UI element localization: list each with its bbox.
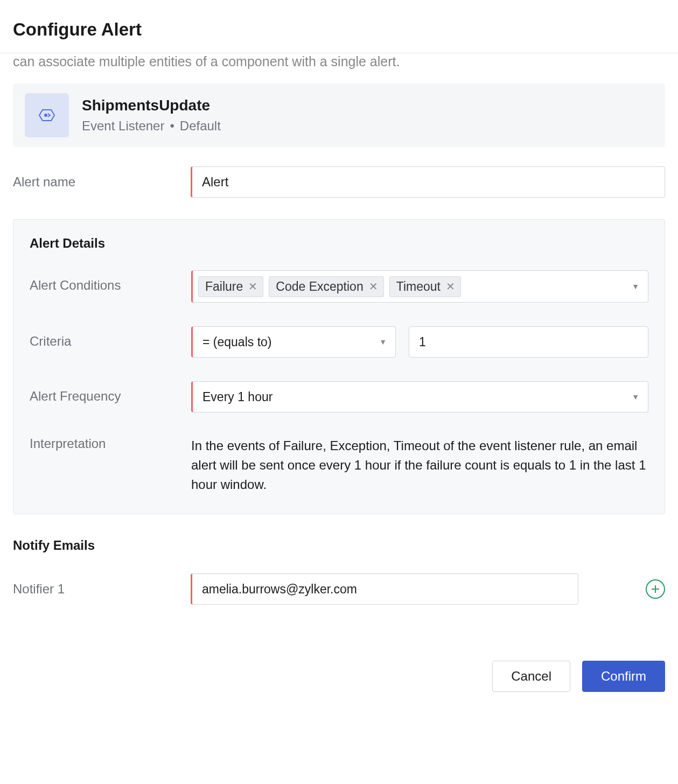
- notify-emails-heading: Notify Emails: [13, 538, 665, 553]
- component-card: ShipmentsUpdate Event Listener • Default: [13, 83, 665, 147]
- chevron-down-icon: ▼: [632, 393, 639, 401]
- notifier-row: Notifier 1: [13, 573, 665, 605]
- criteria-operator-select[interactable]: = (equals to) ▼: [191, 326, 396, 358]
- alert-name-input[interactable]: [191, 166, 665, 198]
- condition-tag: Failure ✕: [198, 276, 263, 297]
- component-subtitle: Event Listener • Default: [82, 118, 221, 134]
- criteria-row: Criteria = (equals to) ▼: [30, 326, 648, 358]
- add-notifier-button[interactable]: [646, 579, 665, 599]
- interpretation-text: In the events of Failure, Exception, Tim…: [191, 436, 648, 494]
- criteria-operator-value: = (equals to): [202, 335, 272, 349]
- plus-icon: [651, 584, 660, 594]
- condition-tag-label: Timeout: [396, 279, 441, 294]
- component-name: ShipmentsUpdate: [82, 97, 221, 114]
- condition-tag: Timeout ✕: [389, 276, 461, 297]
- frequency-row: Alert Frequency Every 1 hour ▼: [30, 381, 648, 412]
- alert-conditions-row: Alert Conditions Failure ✕ Code Exceptio…: [30, 270, 648, 303]
- close-icon[interactable]: ✕: [446, 281, 455, 292]
- cancel-button[interactable]: Cancel: [492, 661, 570, 692]
- page-title: Configure Alert: [13, 19, 665, 40]
- alert-name-label: Alert name: [13, 174, 191, 190]
- confirm-button[interactable]: Confirm: [582, 661, 665, 692]
- component-type: Event Listener: [82, 118, 164, 134]
- condition-tag: Code Exception ✕: [269, 276, 383, 297]
- component-scope: Default: [180, 118, 221, 134]
- alert-details-card: Alert Details Alert Conditions Failure ✕…: [13, 219, 665, 514]
- alert-conditions-input[interactable]: Failure ✕ Code Exception ✕ Timeout ✕ ▼: [191, 270, 648, 303]
- condition-tag-label: Failure: [205, 279, 243, 294]
- dialog-content: can associate multiple entities of a com…: [0, 53, 678, 618]
- close-icon[interactable]: ✕: [248, 281, 257, 292]
- condition-tag-label: Code Exception: [276, 279, 363, 294]
- component-info: ShipmentsUpdate Event Listener • Default: [82, 97, 221, 134]
- description-text-truncated: can associate multiple entities of a com…: [13, 53, 665, 69]
- interpretation-row: Interpretation In the events of Failure,…: [30, 436, 648, 494]
- interpretation-label: Interpretation: [30, 436, 191, 451]
- dialog-header: Configure Alert: [0, 0, 678, 53]
- close-icon[interactable]: ✕: [369, 281, 378, 292]
- alert-details-title: Alert Details: [30, 236, 648, 251]
- chevron-down-icon: ▼: [379, 338, 387, 346]
- alert-conditions-label: Alert Conditions: [30, 270, 191, 293]
- criteria-value-input[interactable]: [409, 326, 648, 358]
- separator-dot: •: [170, 118, 174, 134]
- alert-name-row: Alert name: [13, 166, 665, 198]
- event-listener-icon: [25, 93, 69, 137]
- frequency-select[interactable]: Every 1 hour ▼: [191, 381, 648, 412]
- frequency-label: Alert Frequency: [30, 381, 191, 404]
- chevron-down-icon: ▼: [632, 282, 639, 291]
- notifier-label: Notifier 1: [13, 582, 191, 597]
- dialog-footer: Cancel Confirm: [0, 618, 678, 705]
- frequency-value: Every 1 hour: [202, 390, 272, 404]
- svg-point-1: [44, 114, 47, 117]
- criteria-label: Criteria: [30, 326, 191, 349]
- notifier-email-input[interactable]: [191, 573, 578, 605]
